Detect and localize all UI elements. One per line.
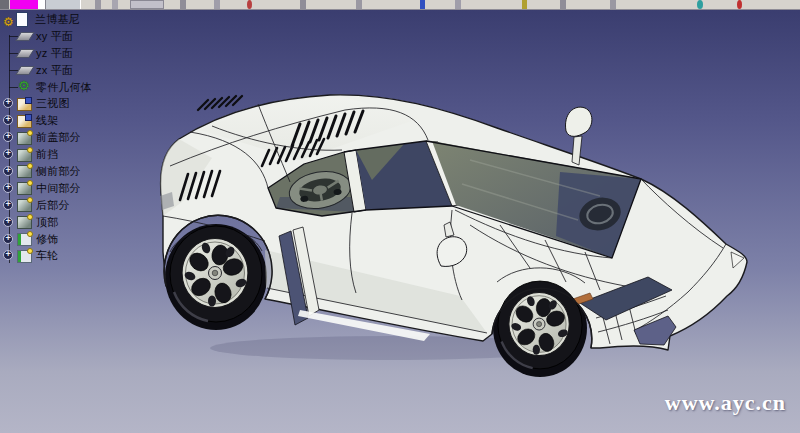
tree-item-label: 中间部分	[36, 181, 81, 196]
car-model[interactable]	[160, 95, 747, 377]
tree-item-label: 三视图	[36, 96, 70, 111]
front-wheel[interactable]	[498, 281, 582, 369]
tree-item-label: 修饰	[36, 232, 58, 247]
geometrical-set-icon	[16, 97, 33, 111]
tree-item-label: yz 平面	[36, 46, 73, 61]
tree-item-修饰[interactable]: +修饰	[2, 231, 152, 248]
tree-item-中间部分[interactable]: +中间部分	[2, 180, 152, 197]
partbody-icon	[16, 80, 33, 94]
expand-plus-icon[interactable]: +	[3, 166, 13, 176]
tree-root-label: 兰博基尼	[35, 12, 80, 27]
tree-item-label: 后部分	[36, 198, 70, 213]
tree-item-前盖部分[interactable]: +前盖部分	[2, 129, 152, 146]
tree-item-线架[interactable]: +线架	[2, 112, 152, 129]
expand-plus-icon[interactable]: +	[3, 149, 13, 159]
plane-icon	[16, 29, 33, 43]
tree-root[interactable]: 兰博基尼	[2, 11, 152, 28]
expand-plus-icon[interactable]: +	[3, 234, 13, 244]
part-icon	[2, 12, 32, 26]
geometrical-set-icon	[16, 114, 33, 128]
specification-tree: 兰博基尼 xy 平面yz 平面zx 平面零件几何体+三视图+线架+前盖部分+前挡…	[2, 11, 152, 264]
expand-plus-icon[interactable]: +	[3, 98, 13, 108]
surface-set-icon	[16, 131, 33, 145]
tree-item-label: 前挡	[36, 147, 58, 162]
expand-plus-icon[interactable]: +	[3, 183, 13, 193]
surface-set-icon	[16, 215, 33, 229]
tree-item-前挡[interactable]: +前挡	[2, 146, 152, 163]
tree-item-label: 车轮	[36, 248, 58, 263]
rear-deck-slats[interactable]	[198, 96, 242, 110]
expand-plus-icon[interactable]: +	[3, 250, 13, 260]
tree-item-侧前部分[interactable]: +侧前部分	[2, 163, 152, 180]
tree-item-三视图[interactable]: +三视图	[2, 95, 152, 112]
surface-set-icon	[16, 181, 33, 195]
watermark: www.ayc.cn	[665, 390, 786, 416]
dress-up-icon	[16, 249, 33, 263]
tree-item-label: zx 平面	[36, 63, 73, 78]
tree-item-零件几何体[interactable]: 零件几何体	[2, 79, 152, 96]
plane-icon	[16, 46, 33, 60]
tree-item-label: 零件几何体	[36, 80, 92, 95]
surface-set-icon	[16, 148, 33, 162]
expand-plus-icon[interactable]: +	[3, 200, 13, 210]
dress-up-icon	[16, 232, 33, 246]
tree-item-车轮[interactable]: +车轮	[2, 247, 152, 264]
tree-item-label: 顶部	[36, 215, 58, 230]
surface-set-icon	[16, 164, 33, 178]
tree-item-label: xy 平面	[36, 29, 73, 44]
rear-wheel[interactable]	[170, 226, 262, 322]
tree-item-zx 平面[interactable]: zx 平面	[2, 62, 152, 79]
tree-item-label: 线架	[36, 113, 58, 128]
surface-set-icon	[16, 198, 33, 212]
expand-plus-icon[interactable]: +	[3, 132, 13, 142]
plane-icon	[16, 63, 33, 77]
tree-item-yz 平面[interactable]: yz 平面	[2, 45, 152, 62]
catia-window: 兰博基尼 xy 平面yz 平面zx 平面零件几何体+三视图+线架+前盖部分+前挡…	[0, 0, 800, 433]
tree-item-顶部[interactable]: +顶部	[2, 214, 152, 231]
tree-item-label: 侧前部分	[36, 164, 81, 179]
expand-plus-icon[interactable]: +	[3, 217, 13, 227]
tree-item-xy 平面[interactable]: xy 平面	[2, 28, 152, 45]
tree-item-后部分[interactable]: +后部分	[2, 197, 152, 214]
expand-plus-icon[interactable]: +	[3, 115, 13, 125]
tree-item-label: 前盖部分	[36, 130, 81, 145]
